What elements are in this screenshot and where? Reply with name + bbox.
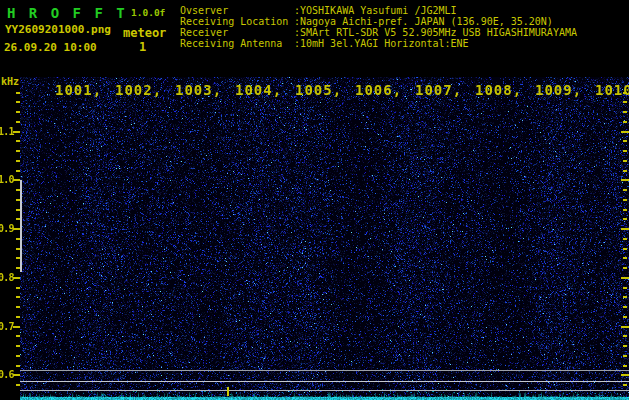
freq-minor-tick-left	[16, 384, 20, 386]
freq-minor-tick-right	[623, 140, 627, 142]
info-label: Ovserver	[180, 5, 294, 16]
freq-axis-unit: kHz	[1, 76, 19, 87]
freq-minor-tick-right	[623, 101, 627, 103]
freq-minor-tick-left	[16, 218, 20, 220]
time-tick-label: 1007,	[415, 82, 462, 98]
freq-minor-tick-left	[16, 238, 20, 240]
freq-tick-label: 0.8	[0, 272, 14, 283]
freq-minor-tick-left	[16, 160, 20, 162]
freq-minor-tick-left	[16, 101, 20, 103]
freq-minor-tick-left	[16, 345, 20, 347]
freq-minor-tick-left	[16, 316, 20, 318]
freq-minor-tick-left	[16, 121, 20, 123]
freq-tick-label: 0.7	[0, 321, 14, 332]
freq-minor-tick-left	[16, 355, 20, 357]
freq-minor-tick-left	[16, 92, 20, 94]
freq-major-tick-left	[13, 374, 20, 376]
time-tick-label: 1009,	[535, 82, 582, 98]
info-row: Ovserver:YOSHIKAWA Yasufumi /JG2MLI	[180, 5, 577, 16]
freq-minor-tick-left	[16, 111, 20, 113]
freq-minor-tick-left	[16, 267, 20, 269]
mode-label: meteor	[123, 26, 166, 40]
left-band-marker	[20, 180, 22, 272]
freq-minor-tick-left	[16, 296, 20, 298]
reference-line-upper	[20, 370, 629, 371]
time-tick-label: 1002,	[115, 82, 162, 98]
freq-minor-tick-right	[623, 170, 627, 172]
info-value: :Nagoya Aichi-pref. JAPAN (136.90E, 35.2…	[294, 16, 553, 27]
app-version: 1.0.0f	[131, 7, 165, 18]
info-value: :SMArt RTL-SDR V5 52.905MHz USB HIGASHIM…	[294, 27, 577, 38]
freq-minor-tick-left	[16, 335, 20, 337]
info-label: Receiving Antenna	[180, 38, 294, 49]
freq-minor-tick-right	[623, 189, 627, 191]
freq-minor-tick-right	[623, 238, 627, 240]
freq-major-tick-left	[13, 326, 20, 328]
freq-minor-tick-right	[623, 355, 627, 357]
freq-minor-tick-left	[16, 209, 20, 211]
info-value: :YOSHIKAWA Yasufumi /JG2MLI	[294, 5, 457, 16]
freq-minor-tick-left	[16, 306, 20, 308]
freq-tick-label: 1.0	[0, 174, 14, 185]
freq-minor-tick-left	[16, 140, 20, 142]
freq-major-tick-right	[621, 228, 629, 230]
freq-minor-tick-left	[16, 199, 20, 201]
hrofft-screen: H R O F F T 1.0.0f YY2609201000.png mete…	[0, 0, 629, 400]
info-row: Receiver:SMArt RTL-SDR V5 52.905MHz USB …	[180, 27, 577, 38]
time-tick-label: 1005,	[295, 82, 342, 98]
time-tick-label: 1003,	[175, 82, 222, 98]
freq-major-tick-right	[621, 277, 629, 279]
freq-major-tick-left	[13, 277, 20, 279]
time-tick-label: 1004,	[235, 82, 282, 98]
freq-minor-tick-right	[623, 335, 627, 337]
freq-minor-tick-left	[16, 287, 20, 289]
freq-minor-tick-left	[16, 248, 20, 250]
freq-tick-label: 1.1	[0, 126, 14, 137]
freq-major-tick-left	[13, 228, 20, 230]
freq-minor-tick-right	[623, 316, 627, 318]
freq-minor-tick-right	[623, 248, 627, 250]
app-title: H R O F F T	[7, 5, 127, 21]
freq-major-tick-right	[621, 374, 629, 376]
freq-minor-tick-right	[623, 267, 627, 269]
freq-minor-tick-left	[16, 150, 20, 152]
time-tick-label: 1010,	[595, 82, 629, 98]
freq-minor-tick-right	[623, 150, 627, 152]
station-info: Ovserver:YOSHIKAWA Yasufumi /JG2MLIRecei…	[180, 5, 577, 49]
freq-major-tick-left	[13, 131, 20, 133]
freq-minor-tick-right	[623, 365, 627, 367]
freq-minor-tick-right	[623, 306, 627, 308]
time-tick-label: 1006,	[355, 82, 402, 98]
freq-major-tick-right	[621, 179, 629, 181]
event-tick	[227, 387, 229, 396]
freq-minor-tick-left	[16, 257, 20, 259]
freq-minor-tick-right	[623, 111, 627, 113]
freq-minor-tick-right	[623, 121, 627, 123]
time-tick-label: 1001,	[55, 82, 102, 98]
freq-tick-label: 0.6	[0, 369, 14, 380]
freq-minor-tick-right	[623, 384, 627, 386]
freq-minor-tick-right	[623, 296, 627, 298]
freq-minor-tick-left	[16, 170, 20, 172]
freq-minor-tick-right	[623, 209, 627, 211]
info-label: Receiver	[180, 27, 294, 38]
info-value: :10mH 3el.YAGI Horizontal:ENE	[294, 38, 469, 49]
info-row: Receiving Location:Nagoya Aichi-pref. JA…	[180, 16, 577, 27]
freq-minor-tick-right	[623, 287, 627, 289]
freq-minor-tick-left	[16, 189, 20, 191]
freq-minor-tick-left	[16, 365, 20, 367]
output-filename: YY2609201000.png	[5, 23, 111, 36]
time-tick-label: 1008,	[475, 82, 522, 98]
freq-tick-label: 0.9	[0, 223, 14, 234]
freq-minor-tick-right	[623, 160, 627, 162]
freq-major-tick-left	[13, 179, 20, 181]
observation-datetime: 26.09.20 10:00	[4, 41, 97, 54]
freq-minor-tick-right	[623, 218, 627, 220]
freq-minor-tick-right	[623, 199, 627, 201]
info-row: Receiving Antenna:10mH 3el.YAGI Horizont…	[180, 38, 577, 49]
echo-count: 1	[139, 40, 146, 54]
reference-line-middle	[20, 381, 629, 382]
freq-major-tick-right	[621, 131, 629, 133]
reference-line-lower	[20, 390, 629, 391]
freq-minor-tick-right	[623, 257, 627, 259]
